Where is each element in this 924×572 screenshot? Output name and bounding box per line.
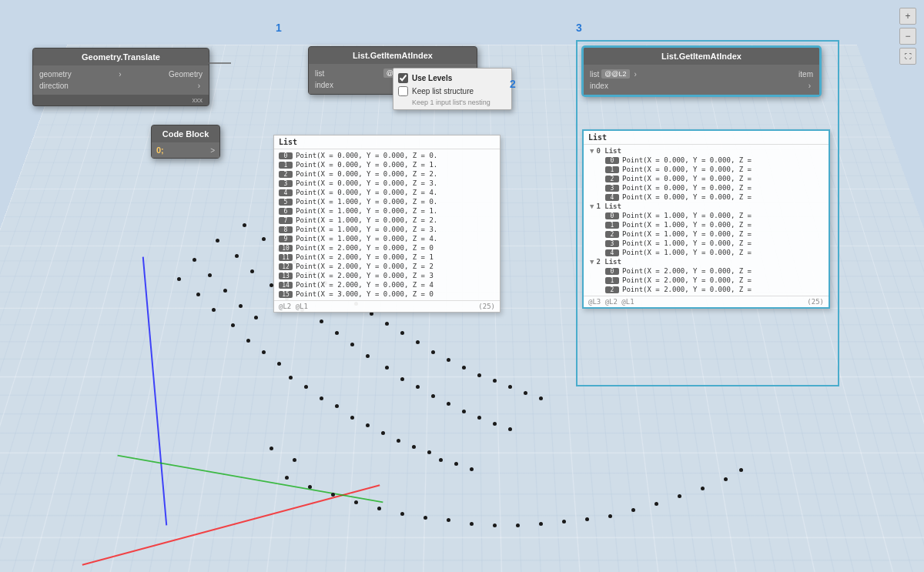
- list-value: Point(X = 2.000, Y = 0.000, Z = 1: [296, 253, 434, 261]
- toolbar-btn-zoom-out[interactable]: −: [899, 28, 916, 45]
- scatter-dot: [270, 447, 273, 450]
- list-panel-left-header: List: [274, 135, 500, 149]
- list-item-row: 4Point(X = 1.000, Y = 0.000, Z =: [587, 248, 825, 257]
- list-index: 2: [605, 286, 619, 293]
- toolbar-btn-fit[interactable]: ⛶: [899, 48, 916, 65]
- scatter-dot: [243, 223, 246, 227]
- scatter-dot: [285, 476, 289, 480]
- popup-hint: Keep 1 input list's nesting: [398, 98, 507, 106]
- list-item-row: 1Point(X = 0.000, Y = 0.000, Z = 1.: [277, 160, 497, 169]
- list-item-row: 13Point(X = 2.000, Y = 0.000, Z = 3: [277, 271, 497, 280]
- list-value: Point(X = 0.000, Y = 0.000, Z =: [622, 156, 752, 164]
- translate-header: Geometry.Translate: [33, 49, 209, 65]
- scatter-dot: [331, 493, 335, 497]
- scatter-dot: [477, 373, 481, 377]
- scatter-dot: [493, 379, 497, 383]
- scatter-dot: [439, 458, 443, 462]
- scatter-dot: [289, 376, 293, 380]
- list-item-row: 3Point(X = 0.000, Y = 0.000, Z =: [587, 183, 825, 192]
- use-levels-popup: Use Levels Keep list structure Keep 1 in…: [393, 68, 512, 110]
- scatter-dot: [470, 522, 474, 526]
- scatter-dot: [385, 322, 389, 326]
- use-levels-checkbox[interactable]: [398, 73, 408, 83]
- list-index: 1: [605, 166, 619, 173]
- scatter-dot: [239, 304, 243, 308]
- scatter-dot: [377, 507, 381, 510]
- scatter-dot: [454, 462, 458, 466]
- scatter-dot: [654, 502, 658, 506]
- list-panel-right: List ▼0 List0Point(X = 0.000, Y = 0.000,…: [582, 129, 830, 309]
- scatter-dot: [192, 258, 196, 262]
- list-group-label: ▼0 List: [587, 146, 825, 156]
- scatter-dot: [350, 343, 354, 346]
- list-item-row: 2Point(X = 2.000, Y = 0.000, Z =: [587, 285, 825, 294]
- port-direction-label: direction: [39, 82, 69, 90]
- scatter-dot: [724, 477, 728, 481]
- port-index-right-label: index: [590, 82, 608, 90]
- port-list-label: list: [315, 69, 324, 78]
- list-value: Point(X = 1.000, Y = 0.000, Z =: [622, 249, 752, 256]
- scatter-dot: [231, 323, 235, 327]
- list-index: 1: [605, 222, 619, 229]
- scatter-dot: [381, 431, 385, 435]
- scatter-dot: [462, 366, 466, 370]
- scatter-dot: [304, 385, 308, 389]
- port-list-right-out: item: [798, 70, 813, 79]
- list-value: Point(X = 1.000, Y = 0.000, Z = 4.: [296, 235, 437, 243]
- list-item-row: 0Point(X = 0.000, Y = 0.000, Z =: [587, 156, 825, 165]
- list-value: Point(X = 1.000, Y = 0.000, Z =: [622, 239, 752, 247]
- list-index: 1: [279, 162, 293, 169]
- list-index: 12: [279, 263, 293, 270]
- scatter-dot: [308, 485, 312, 489]
- list-group-arrow: ▼: [590, 258, 594, 266]
- scatter-dot: [739, 468, 743, 472]
- port-list-right-label: list: [590, 70, 599, 79]
- list-value: Point(X = 1.000, Y = 0.000, Z = 1.: [296, 207, 437, 215]
- list-index: 4: [279, 189, 293, 196]
- scatter-dot: [246, 339, 250, 343]
- list-group-label: ▼1 List: [587, 202, 825, 211]
- port-list-right-level: @@L2: [601, 69, 629, 79]
- list-index: 9: [279, 236, 293, 243]
- list-item-row: 1Point(X = 1.000, Y = 0.000, Z =: [587, 220, 825, 229]
- scatter-dot: [254, 316, 258, 319]
- port-list-right-arrow: ›: [634, 70, 637, 79]
- keep-structure-checkbox[interactable]: [398, 86, 408, 96]
- callout-2: 2: [510, 78, 516, 90]
- scatter-dot: [385, 366, 389, 370]
- node-geometry-translate: Geometry.Translate geometry › Geometry d…: [32, 48, 209, 106]
- scatter-dot: [562, 520, 566, 523]
- port-direction: direction ›: [33, 80, 209, 92]
- node-codeblock: Code Block 0; >: [151, 125, 220, 159]
- scatter-dot: [447, 358, 450, 362]
- list-index: 1: [605, 277, 619, 284]
- list-index: 3: [279, 180, 293, 187]
- node-list-right: List.GetItemAtIndex list @@L2 › item ind…: [582, 46, 821, 96]
- list-item-row: 0Point(X = 1.000, Y = 0.000, Z =: [587, 211, 825, 220]
- codeblock-arrow: >: [210, 146, 215, 155]
- list-right-count: (25): [807, 298, 824, 306]
- scatter-dot: [250, 269, 254, 273]
- list-panel-left-body: 0Point(X = 0.000, Y = 0.000, Z = 0.1Poin…: [274, 149, 500, 300]
- port-geometry-label: geometry: [39, 70, 72, 79]
- port-index-right: index ›: [584, 80, 819, 92]
- scatter-dot: [397, 439, 400, 443]
- list-value: Point(X = 2.000, Y = 0.000, Z = 2: [296, 263, 434, 270]
- port-geometry: geometry › Geometry: [33, 69, 209, 80]
- list-value: Point(X = 2.000, Y = 0.000, Z = 4: [296, 281, 434, 289]
- list-panel-left-footer: @L2 @L1 (25): [274, 300, 500, 312]
- list-index: 6: [279, 208, 293, 215]
- list-group-arrow: ▼: [590, 202, 594, 210]
- port-geometry-out: Geometry: [169, 70, 203, 79]
- translate-ports: geometry › Geometry direction ›: [33, 65, 209, 95]
- scatter-dot: [412, 445, 416, 449]
- scatter-dot: [701, 487, 705, 490]
- scatter-dot: [208, 273, 212, 277]
- toolbar-btn-zoom-in[interactable]: +: [899, 8, 916, 25]
- list-value: Point(X = 0.000, Y = 0.000, Z = 0.: [296, 152, 437, 159]
- list-item-row: 15Point(X = 3.000, Y = 0.000, Z = 0: [277, 289, 497, 299]
- list-value: Point(X = 2.000, Y = 0.000, Z =: [622, 267, 752, 275]
- list-value: Point(X = 0.000, Y = 0.000, Z = 3.: [296, 179, 437, 187]
- list-value: Point(X = 1.000, Y = 0.000, Z = 0.: [296, 198, 437, 206]
- list-value: Point(X = 0.000, Y = 0.000, Z = 4.: [296, 189, 437, 196]
